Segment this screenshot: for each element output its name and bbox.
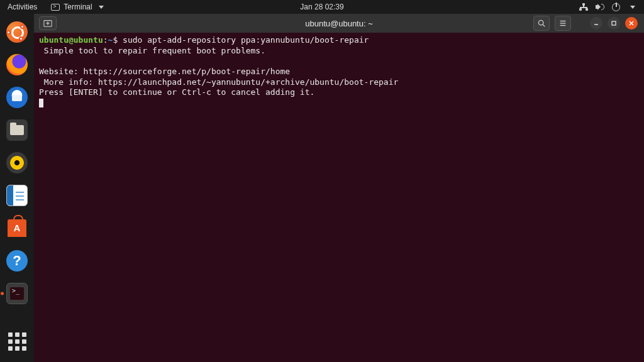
output-line: Website: https://sourceforge.net/p/boot-… [39, 67, 290, 76]
chevron-down-icon [99, 6, 104, 9]
rhythmbox-icon [6, 152, 28, 173]
volume-icon [596, 3, 604, 11]
files-icon [6, 119, 28, 141]
output-line: Simple tool to repair frequent boot prob… [39, 46, 265, 55]
terminal-window: ubuntu@ubuntu: ~ ubuntu@ubuntu:~$ sudo a… [34, 14, 644, 362]
dock: LibreOffice Writer ? [0, 14, 34, 362]
launcher-firefox[interactable] [5, 53, 29, 77]
hamburger-menu-button[interactable] [555, 16, 571, 31]
show-applications-button[interactable] [5, 329, 29, 353]
terminal-icon [6, 283, 28, 304]
thunderbird-icon [6, 87, 28, 108]
launcher-rhythmbox[interactable] [5, 151, 29, 175]
launcher-terminal[interactable] [5, 282, 29, 305]
network-icon [579, 3, 588, 11]
prompt-userhost: ubuntu@ubuntu [39, 35, 103, 45]
app-menu-label: Terminal [64, 3, 92, 11]
svg-rect-9 [612, 21, 616, 25]
text-cursor [39, 99, 43, 107]
libreoffice-writer-icon [6, 185, 28, 206]
firefox-icon [6, 54, 28, 75]
software-icon [8, 219, 26, 237]
power-icon [612, 3, 620, 11]
output-line: Press [ENTER] to continue or Ctrl-c to c… [39, 87, 314, 97]
svg-point-3 [538, 20, 543, 25]
new-tab-button[interactable] [39, 16, 57, 30]
close-icon [628, 20, 635, 26]
running-indicator [1, 292, 4, 295]
terminal-content[interactable]: ubuntu@ubuntu:~$ sudo apt-add-repository… [34, 33, 644, 362]
entered-command: sudo apt-add-repository ppa:yannubuntu/b… [123, 35, 369, 45]
search-button[interactable] [533, 16, 550, 31]
help-icon: ? [6, 250, 28, 272]
launcher-help[interactable]: ? [5, 249, 29, 273]
window-maximize-button[interactable] [608, 17, 620, 30]
activities-button[interactable]: Activities [0, 3, 45, 11]
launcher-files[interactable] [5, 118, 29, 142]
hamburger-icon [558, 19, 567, 28]
launcher-libreoffice-writer[interactable]: LibreOffice Writer [5, 184, 29, 207]
search-icon [537, 19, 546, 28]
window-close-button[interactable] [625, 17, 638, 30]
svg-line-4 [543, 25, 545, 26]
system-status-area[interactable] [579, 3, 644, 11]
window-titlebar: ubuntu@ubuntu: ~ [34, 14, 644, 33]
terminal-icon [51, 4, 60, 11]
window-title: ubuntu@ubuntu: ~ [305, 19, 373, 28]
launcher-thunderbird[interactable] [5, 85, 29, 109]
launcher-ubuntu-software[interactable] [5, 216, 29, 240]
chevron-down-icon [630, 6, 635, 9]
app-menu-button[interactable]: Terminal [45, 3, 109, 11]
maximize-icon [611, 20, 617, 26]
window-minimize-button[interactable] [590, 17, 602, 30]
launcher-ubuntu[interactable] [5, 20, 29, 44]
minimize-icon [593, 20, 599, 26]
ubuntu-icon [6, 21, 28, 43]
output-line: More info: https://launchpad.net/~yannub… [39, 77, 398, 87]
clock-button[interactable]: Jan 28 02:39 [300, 3, 343, 11]
gnome-top-panel: Activities Terminal Jan 28 02:39 [0, 0, 644, 14]
new-tab-icon [43, 19, 52, 28]
